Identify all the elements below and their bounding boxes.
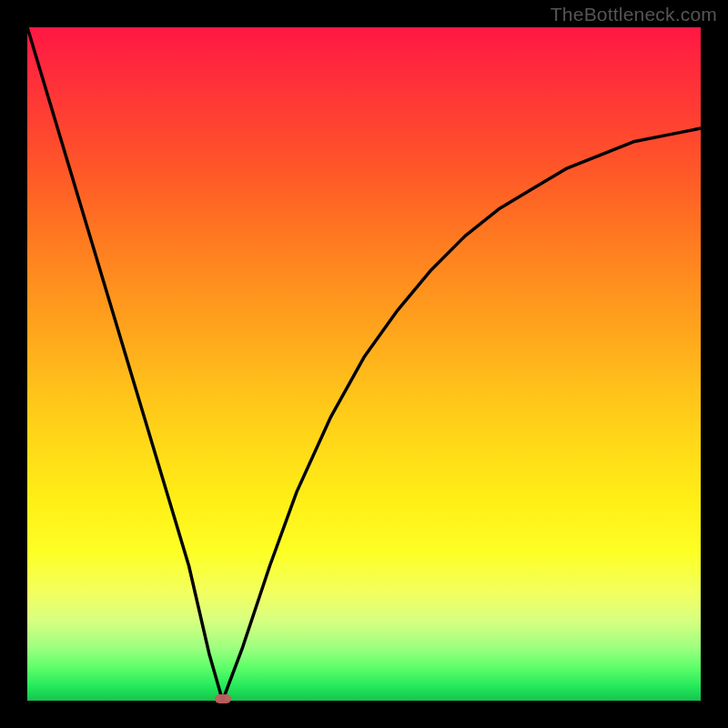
plot-area (27, 27, 701, 701)
bottleneck-curve (27, 27, 701, 701)
curve-svg (27, 27, 701, 701)
minimum-marker (215, 694, 231, 703)
watermark-text: TheBottleneck.com (551, 4, 717, 25)
chart-container: TheBottleneck.com (0, 0, 728, 728)
